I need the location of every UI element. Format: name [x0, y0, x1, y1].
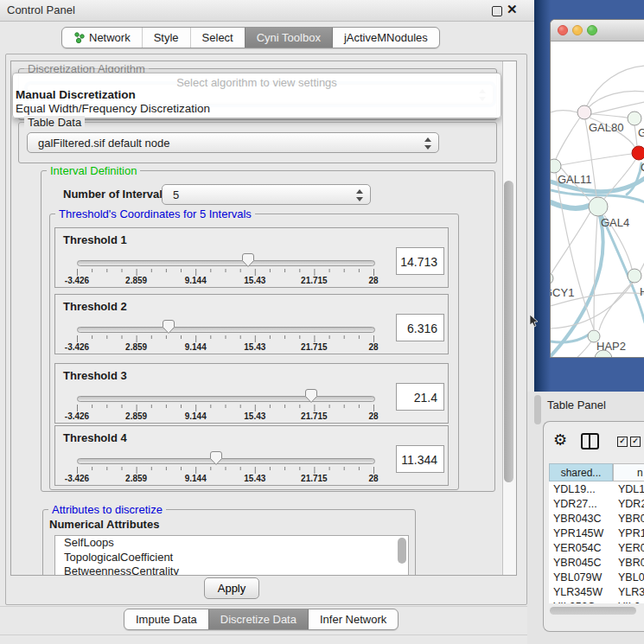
threshold-2-label: Threshold 2 — [63, 300, 127, 313]
algorithm-option-equal-width[interactable]: Equal Width/Frequency Discretization — [16, 102, 210, 115]
num-intervals-label: Number of Intervals — [63, 188, 169, 201]
mouse-cursor — [529, 315, 539, 328]
divider — [0, 606, 534, 607]
network-graph: GAL80GACGAL11GAL4GCY1HHAP2 — [551, 41, 644, 357]
bottom-tab-impute-data[interactable]: Impute Data — [124, 609, 208, 629]
gear-icon[interactable]: ⚙ — [553, 430, 567, 450]
viewport-scrollbar-track[interactable] — [502, 61, 516, 575]
numerical-attributes-label: Numerical Attributes — [49, 518, 159, 531]
cell-shared-name: YLR345W — [549, 585, 612, 600]
tick-label: 15.43 — [244, 474, 265, 483]
GAL11-node[interactable] — [551, 159, 561, 173]
edge[interactable] — [589, 91, 644, 107]
table-toolbar: ⚙ ✓ ✓ — [544, 422, 644, 461]
checkbox-icon[interactable]: ✓ — [617, 437, 628, 447]
cell-name: YDR2 — [612, 497, 644, 512]
threshold-2-panel: Threshold 2-3.4262.8599.14415.4321.71528… — [54, 294, 449, 354]
traffic-light-minimize-icon[interactable] — [572, 25, 583, 35]
side-scrollbar-thumb[interactable] — [534, 395, 541, 424]
attribute-item[interactable]: BetweennessCentrality — [55, 564, 408, 576]
threshold-4-value-field[interactable]: 11.344 — [396, 445, 444, 473]
bottom-tab-discretize-data[interactable]: Discretize Data — [208, 609, 308, 629]
threshold-1-slider-track[interactable] — [77, 260, 375, 266]
threshold-4-slider-track[interactable] — [77, 458, 375, 464]
numerical-attributes-list[interactable]: SelfLoopsTopologicalCoefficientBetweenne… — [54, 535, 409, 576]
table-row[interactable]: YER054CYER0 — [549, 541, 644, 556]
close-icon[interactable]: ✕ — [507, 2, 518, 17]
attribute-item[interactable]: TopologicalCoefficient — [55, 551, 408, 565]
table-row[interactable]: YDL19...YDL1 — [549, 482, 644, 497]
threshold-2-slider-track[interactable] — [77, 327, 375, 333]
cell-name: YBL0 — [612, 571, 644, 585]
table-data-label: Table Data — [24, 116, 85, 129]
threshold-3-slider-track[interactable] — [77, 396, 375, 402]
tab-style[interactable]: Style — [142, 28, 190, 48]
float-window-icon[interactable] — [492, 6, 502, 16]
table-row[interactable]: YLR345WYLR3 — [549, 585, 644, 600]
table-hscrollbar[interactable] — [549, 606, 641, 615]
table-row[interactable]: YPR145WYPR1 — [549, 526, 644, 541]
viewport-scrollbar-thumb[interactable] — [504, 181, 513, 482]
threshold-3-value-field[interactable]: 21.4 — [396, 383, 444, 411]
cell-name: YBR0 — [612, 512, 644, 526]
edge[interactable] — [587, 66, 644, 105]
cell-name: YBR0 — [612, 556, 644, 571]
threshold-2-slider-thumb[interactable] — [162, 319, 175, 335]
edge-teal[interactable] — [627, 163, 641, 194]
network-window-titlebar[interactable] — [551, 20, 644, 41]
top-right-node[interactable] — [628, 112, 641, 125]
edge[interactable] — [634, 125, 637, 146]
threshold-2-value-field[interactable]: 6.316 — [396, 314, 444, 341]
num-intervals-value: 5 — [173, 188, 179, 201]
edge[interactable] — [591, 114, 628, 118]
table-row[interactable]: YDR27...YDR2 — [549, 497, 644, 512]
table-data-combobox[interactable]: galFiltered.sif default node — [27, 132, 439, 153]
bottom-tab-infer-network[interactable]: Infer Network — [308, 609, 398, 629]
edge-teal[interactable] — [602, 215, 644, 322]
network-canvas[interactable]: GAL80GACGAL11GAL4GCY1HHAP2 — [551, 41, 644, 357]
algorithm-option-manual[interactable]: Manual Discretization — [16, 88, 136, 101]
apply-button[interactable]: Apply — [204, 577, 259, 599]
column-header-name[interactable]: n — [613, 463, 644, 481]
divider — [0, 634, 534, 635]
tab-network[interactable]: Network — [62, 28, 142, 48]
red-node[interactable] — [632, 146, 644, 160]
table-hscrollbar-thumb[interactable] — [550, 607, 636, 615]
traffic-light-zoom-icon[interactable] — [587, 25, 597, 35]
num-intervals-combobox[interactable]: 5 — [162, 184, 371, 205]
H-node[interactable] — [628, 269, 641, 283]
threshold-1-value-field[interactable]: 14.713 — [396, 247, 444, 275]
edge-teal[interactable] — [551, 202, 589, 208]
tick-label: 15.43 — [244, 411, 265, 421]
tab-cyni-toolbox[interactable]: Cyni Toolbox — [245, 28, 332, 48]
threshold-4-slider-thumb[interactable] — [209, 450, 223, 466]
edge[interactable] — [556, 173, 594, 329]
list-scrollbar[interactable] — [398, 538, 406, 564]
GAL80-node[interactable] — [577, 105, 591, 119]
tab-jactivemnodules[interactable]: jActiveMNodules — [332, 28, 439, 48]
interval-definition-label: Interval Definition — [47, 164, 140, 177]
GCY1-node[interactable] — [551, 272, 553, 284]
table-row[interactable]: YBR043CYBR0 — [549, 512, 644, 526]
tick-label: 28 — [368, 276, 378, 285]
table-row[interactable]: YBR045CYBR0 — [549, 556, 644, 571]
table-row[interactable]: YIL052CYIL0 — [549, 600, 644, 603]
table-row[interactable]: YBL079WYBL0 — [549, 571, 644, 585]
checkbox-icon[interactable]: ✓ — [630, 437, 641, 447]
edge[interactable] — [552, 212, 590, 273]
edge[interactable] — [561, 154, 632, 165]
column-header-shared[interactable]: shared... — [549, 463, 613, 481]
tick-label: 9.144 — [185, 276, 207, 285]
threshold-3-slider-thumb[interactable] — [304, 388, 318, 404]
edge[interactable] — [604, 160, 635, 199]
split-columns-icon[interactable] — [581, 433, 599, 450]
GAL4-node[interactable] — [589, 197, 608, 216]
traffic-light-close-icon[interactable] — [558, 25, 568, 35]
edge[interactable] — [594, 216, 597, 329]
network-icon — [73, 32, 85, 43]
edge[interactable] — [551, 111, 577, 112]
attribute-item[interactable]: SelfLoops — [55, 536, 408, 551]
tab-select[interactable]: Select — [190, 28, 245, 48]
threshold-1-slider-thumb[interactable] — [241, 252, 255, 268]
edge[interactable] — [556, 118, 580, 159]
